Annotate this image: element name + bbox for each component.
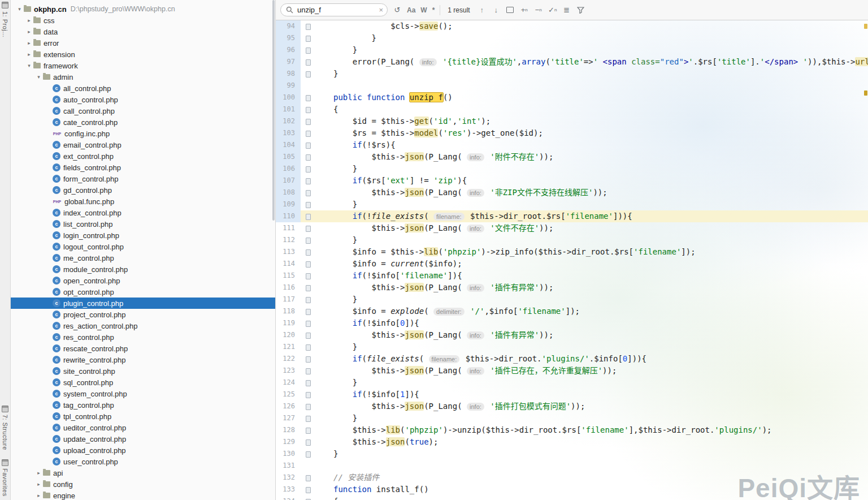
tree-item-project-control-php[interactable]: cproject_control.php bbox=[11, 309, 275, 320]
remove-occurrence-button[interactable]: −n bbox=[534, 6, 543, 14]
code-line-114[interactable]: 114 $info = current($info); bbox=[276, 258, 868, 270]
window-menu-icon[interactable] bbox=[2, 2, 8, 8]
tree-item-framework[interactable]: ▾framework bbox=[11, 60, 275, 71]
tree-item-module-control-php[interactable]: cmodule_control.php bbox=[11, 264, 275, 275]
tree-item-sql-control-php[interactable]: csql_control.php bbox=[11, 377, 275, 388]
tree-item-data[interactable]: ▸data bbox=[11, 26, 275, 37]
tree-item-admin[interactable]: ▾admin bbox=[11, 71, 275, 83]
prev-match-button[interactable]: ↑ bbox=[478, 6, 487, 14]
code-line-96[interactable]: 96 } bbox=[276, 44, 868, 56]
chevron-right-icon[interactable]: ▸ bbox=[25, 29, 33, 35]
view-options-button[interactable]: ≣ bbox=[562, 6, 571, 14]
tree-item-res-action-control-php[interactable]: cres_action_control.php bbox=[11, 320, 275, 331]
code-line-131[interactable]: 131 bbox=[276, 460, 868, 472]
tree-item-css[interactable]: ▸css bbox=[11, 15, 275, 26]
tree-item-update-control-php[interactable]: cupdate_control.php bbox=[11, 433, 275, 445]
chevron-down-icon[interactable]: ▾ bbox=[34, 74, 43, 80]
code-line-132[interactable]: 132// 安装插件 bbox=[276, 472, 868, 484]
add-occurrence-button[interactable]: +n bbox=[520, 6, 529, 14]
code-line-108[interactable]: 108 $this->json(P_Lang( info: '非ZIP文件不支持… bbox=[276, 187, 868, 199]
code-line-118[interactable]: 118 $info = explode( delimiter: '/',$inf… bbox=[276, 305, 868, 317]
clear-search-icon[interactable]: × bbox=[379, 6, 383, 14]
code-line-112[interactable]: 112 } bbox=[276, 234, 868, 246]
code-line-129[interactable]: 129 $this->json(true); bbox=[276, 436, 868, 448]
code-line-126[interactable]: 126 $this->json(P_Lang( info: '插件打包模式有问题… bbox=[276, 400, 868, 412]
tree-item-form-control-php[interactable]: cform_control.php bbox=[11, 173, 275, 184]
code-line-121[interactable]: 121 } bbox=[276, 341, 868, 353]
code-line-117[interactable]: 117 } bbox=[276, 294, 868, 305]
code-line-130[interactable]: 130} bbox=[276, 448, 868, 460]
code-line-102[interactable]: 102 $id = $this->get('id','int'); bbox=[276, 115, 868, 127]
tree-item-config[interactable]: ▸config bbox=[11, 479, 275, 490]
code-line-104[interactable]: 104 if(!$rs){ bbox=[276, 139, 868, 151]
chevron-right-icon[interactable]: ▸ bbox=[34, 493, 43, 498]
search-history-icon[interactable]: ↺ bbox=[393, 6, 402, 14]
code-line-107[interactable]: 107 if($rs['ext'] != 'zip'){ bbox=[276, 175, 868, 187]
code-line-120[interactable]: 120 $this->json(P_Lang( info: '插件有异常')); bbox=[276, 329, 868, 341]
tree-scrollbar[interactable] bbox=[272, 0, 275, 221]
code-line-115[interactable]: 115 if(!$info['filename']){ bbox=[276, 270, 868, 282]
open-in-find-window-button[interactable] bbox=[506, 7, 515, 13]
tree-item-gd-control-php[interactable]: cgd_control.php bbox=[11, 184, 275, 196]
whole-words-toggle[interactable]: W bbox=[420, 6, 427, 14]
tree-item-fields-control-php[interactable]: cfields_control.php bbox=[11, 162, 275, 173]
stripe-mark-search-match[interactable] bbox=[864, 90, 867, 96]
tree-item-config-inc-php[interactable]: PHPconfig.inc.php bbox=[11, 128, 275, 139]
chevron-right-icon[interactable]: ▸ bbox=[34, 481, 43, 487]
tree-item-cate-control-php[interactable]: ccate_control.php bbox=[11, 117, 275, 128]
toolbutton-favorites[interactable]: Favorites bbox=[2, 459, 8, 497]
match-case-toggle[interactable]: Aa bbox=[407, 6, 415, 14]
tree-item-rewrite-control-php[interactable]: crewrite_control.php bbox=[11, 354, 275, 365]
tree-item-all-control-php[interactable]: call_control.php bbox=[11, 83, 275, 94]
tree-item-site-control-php[interactable]: csite_control.php bbox=[11, 365, 275, 377]
tree-item-open-control-php[interactable]: copen_control.php bbox=[11, 275, 275, 286]
tree-item-api[interactable]: ▸api bbox=[11, 467, 275, 479]
code-line-123[interactable]: 123 $this->json(P_Lang( info: '插件已存在，不允许… bbox=[276, 365, 868, 377]
code-line-133[interactable]: 133function install_f() bbox=[276, 484, 868, 495]
tree-item-rescate-control-php[interactable]: crescate_control.php bbox=[11, 343, 275, 354]
code-line-109[interactable]: 109 } bbox=[276, 199, 868, 210]
code-line-134[interactable]: 134{ bbox=[276, 495, 868, 500]
tree-item-ext-control-php[interactable]: cext_control.php bbox=[11, 150, 275, 162]
code-line-103[interactable]: 103 $rs = $this->model('res')->get_one($… bbox=[276, 127, 868, 139]
tree-item-call-control-php[interactable]: ccall_control.php bbox=[11, 105, 275, 117]
code-line-94[interactable]: 94 $cls->save(); bbox=[276, 20, 868, 32]
select-all-matches-button[interactable]: ✓n bbox=[548, 6, 557, 14]
code-line-106[interactable]: 106 } bbox=[276, 163, 868, 175]
code-line-122[interactable]: 122 if(file_exists( filename: $this->dir… bbox=[276, 353, 868, 365]
tree-item-upload-control-php[interactable]: cupload_control.php bbox=[11, 445, 275, 456]
code-line-101[interactable]: 101{ bbox=[276, 104, 868, 115]
toolbutton-structure[interactable]: 7: Structure bbox=[2, 406, 8, 450]
tree-item-engine[interactable]: ▸engine bbox=[11, 490, 275, 500]
tree-item-res-control-php[interactable]: cres_control.php bbox=[11, 331, 275, 343]
tree-item-user-control-php[interactable]: cuser_control.php bbox=[11, 456, 275, 467]
next-match-button[interactable]: ↓ bbox=[492, 6, 501, 14]
tree-item-email-control-php[interactable]: cemail_control.php bbox=[11, 139, 275, 150]
code-line-98[interactable]: 98} bbox=[276, 68, 868, 80]
search-input[interactable]: unzip_f bbox=[297, 6, 375, 14]
code-line-105[interactable]: 105 $this->json(P_Lang( info: '附件不存在')); bbox=[276, 151, 868, 163]
code-line-116[interactable]: 116 $this->json(P_Lang( info: '插件有异常')); bbox=[276, 282, 868, 294]
code-line-127[interactable]: 127 } bbox=[276, 412, 868, 424]
tree-item-login-control-php[interactable]: clogin_control.php bbox=[11, 230, 275, 241]
tree-item-okphp-cn[interactable]: ▾okphp.cnD:\phpstudy_pro\WWW\okphp.cn bbox=[11, 3, 275, 15]
filter-search-button[interactable] bbox=[576, 7, 585, 14]
code-editor[interactable]: PeiQi文库 94 $cls->save();95 }96 }97 error… bbox=[276, 20, 868, 500]
toolbutton-project[interactable]: 1: Proj... bbox=[2, 11, 8, 37]
tree-item-auto-control-php[interactable]: cauto_control.php bbox=[11, 94, 275, 105]
code-line-113[interactable]: 113 $info = $this->lib('phpzip')->zip_in… bbox=[276, 246, 868, 258]
stripe-mark-warning[interactable] bbox=[864, 24, 867, 29]
chevron-right-icon[interactable]: ▸ bbox=[25, 18, 33, 23]
code-line-124[interactable]: 124 } bbox=[276, 377, 868, 389]
chevron-down-icon[interactable]: ▾ bbox=[15, 6, 24, 12]
tree-item-logout-control-php[interactable]: clogout_control.php bbox=[11, 241, 275, 252]
tree-item-ueditor-control-php[interactable]: cueditor_control.php bbox=[11, 422, 275, 433]
code-line-111[interactable]: 111 $this->json(P_Lang( info: '文件不存在')); bbox=[276, 222, 868, 234]
code-line-119[interactable]: 119 if(!$info[0]){ bbox=[276, 317, 868, 329]
chevron-right-icon[interactable]: ▸ bbox=[34, 470, 43, 476]
tree-item-opt-control-php[interactable]: copt_control.php bbox=[11, 286, 275, 298]
tree-item-global-func-php[interactable]: PHPglobal.func.php bbox=[11, 196, 275, 207]
code-line-125[interactable]: 125 if(!$info[1]){ bbox=[276, 389, 868, 400]
tree-item-error[interactable]: ▸error bbox=[11, 37, 275, 49]
chevron-right-icon[interactable]: ▸ bbox=[25, 51, 33, 57]
